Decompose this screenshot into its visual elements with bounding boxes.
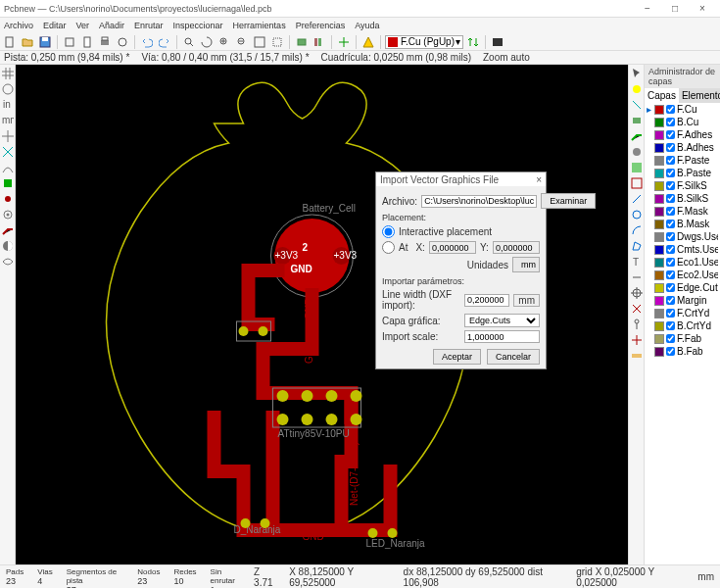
ratsnest-icon[interactable] [1, 145, 15, 159]
find-icon[interactable] [181, 34, 197, 50]
via-info[interactable]: Vía: 0,80 / 0,40 mm (31,5 / 15,7 mils) * [141, 52, 309, 63]
contrast-icon[interactable] [1, 239, 15, 253]
layer-visible-checkbox[interactable] [666, 220, 675, 228]
layer-row[interactable]: B.Adhes [645, 141, 720, 154]
layer-visible-checkbox[interactable] [666, 296, 675, 305]
scale-input[interactable] [464, 330, 540, 343]
layer-visible-checkbox[interactable] [666, 321, 675, 330]
unidades-button[interactable]: mm [512, 257, 540, 272]
polar-icon[interactable] [1, 82, 15, 96]
layer-row[interactable]: Eco2.User [645, 269, 720, 281]
anchor-icon[interactable] [630, 318, 644, 331]
poly-icon[interactable] [630, 239, 644, 253]
layer-visible-checkbox[interactable] [666, 130, 675, 139]
aceptar-button[interactable]: Aceptar [433, 349, 481, 365]
layer-row[interactable]: B.Fab [645, 345, 720, 358]
examinar-button[interactable]: Examinar [541, 193, 596, 209]
zone-icon[interactable] [630, 161, 644, 174]
layer-row[interactable]: F.Fab [645, 332, 720, 345]
add-footprint-icon[interactable] [630, 114, 644, 127]
menu-ayuda[interactable]: Ayuda [355, 21, 379, 30]
new-icon[interactable] [2, 34, 18, 50]
layer-row[interactable]: Eco1.User [645, 256, 720, 269]
cursor-icon[interactable] [1, 129, 15, 143]
origin-icon[interactable] [630, 333, 644, 347]
zoom-selection-icon[interactable] [269, 34, 285, 50]
menu-ver[interactable]: Ver [76, 21, 90, 30]
layer-row[interactable]: F.Adhes [645, 128, 720, 141]
layer-swap-icon[interactable] [465, 34, 481, 50]
menu-editar[interactable]: Editar [43, 21, 67, 30]
via-icon[interactable] [1, 208, 15, 221]
unit-mm-icon[interactable]: mm [1, 114, 15, 127]
update-icon[interactable] [336, 34, 352, 50]
archivo-input[interactable] [421, 195, 537, 208]
layer-row[interactable]: ▸F.Cu [645, 103, 720, 116]
footprint-icon[interactable] [294, 34, 310, 50]
layer-select[interactable]: F.Cu (PgUp) ▾ [385, 35, 463, 49]
layer-row[interactable]: Cmts.User [645, 243, 720, 256]
x-input[interactable] [429, 241, 476, 254]
zoom-redraw-icon[interactable] [199, 34, 215, 50]
cancelar-button[interactable]: Cancelar [487, 349, 540, 365]
menu-anadir[interactable]: Añadir [99, 21, 124, 30]
select-icon[interactable] [630, 67, 644, 80]
layer-visible-checkbox[interactable] [666, 143, 675, 152]
settings-icon[interactable] [62, 34, 77, 50]
undo-icon[interactable] [139, 34, 155, 50]
grid-info[interactable]: Cuadrícula: 0,0250 mm (0,98 mils) [321, 52, 471, 63]
drc-icon[interactable] [360, 34, 376, 50]
menu-preferencias[interactable]: Preferencias [296, 21, 346, 30]
minimize-button[interactable]: − [634, 1, 661, 17]
layer-visible-checkbox[interactable] [666, 232, 675, 241]
highlight-icon[interactable] [630, 82, 644, 96]
layer-row[interactable]: F.SilkS [645, 179, 720, 192]
zoom-in-icon[interactable] [216, 34, 232, 50]
layer-row[interactable]: F.CrtYd [645, 307, 720, 319]
layer-visible-checkbox[interactable] [666, 258, 675, 267]
script-icon[interactable] [490, 34, 505, 50]
layer-visible-checkbox[interactable] [666, 309, 675, 318]
add-via-icon[interactable] [630, 145, 644, 159]
zoom-info[interactable]: Zoom auto [483, 52, 530, 63]
layer-visible-checkbox[interactable] [666, 283, 675, 292]
grid-toggle-icon[interactable] [1, 67, 15, 80]
curve-icon[interactable] [1, 161, 15, 174]
layer-visible-checkbox[interactable] [666, 105, 675, 114]
zoom-fit-icon[interactable] [252, 34, 267, 50]
menu-inspeccionar[interactable]: Inspeccionar [173, 21, 223, 30]
page-icon[interactable] [79, 34, 95, 50]
layer-row[interactable]: Margin [645, 294, 720, 307]
placement-interactive-radio[interactable] [382, 225, 395, 238]
layer-row[interactable]: B.Cu [645, 116, 720, 128]
track-icon[interactable] [1, 223, 15, 237]
layer-visible-checkbox[interactable] [666, 156, 675, 165]
tab-capas[interactable]: Capas [645, 88, 679, 103]
unit-in-icon[interactable]: in [1, 98, 15, 112]
close-button[interactable]: × [689, 1, 716, 17]
layer-visible-checkbox[interactable] [666, 334, 675, 343]
plot-icon[interactable] [115, 34, 130, 50]
hide-icon[interactable] [1, 255, 15, 269]
keepout-icon[interactable] [630, 176, 644, 190]
layer-row[interactable]: B.Paste [645, 167, 720, 179]
placement-at-radio[interactable] [382, 241, 395, 254]
pad-icon[interactable] [1, 192, 15, 206]
layer-visible-checkbox[interactable] [666, 207, 675, 216]
capa-select[interactable]: Edge.Cuts [464, 314, 540, 327]
layer-visible-checkbox[interactable] [666, 194, 675, 203]
layer-row[interactable]: B.Mask [645, 218, 720, 230]
layer-row[interactable]: Dwgs.User [645, 230, 720, 243]
delete-icon[interactable] [630, 302, 644, 316]
target-icon[interactable] [630, 286, 644, 300]
print-icon[interactable] [97, 34, 113, 50]
text-icon[interactable]: T [630, 255, 644, 269]
dialog-close-icon[interactable]: × [536, 174, 542, 185]
local-ratsnest-icon[interactable] [630, 98, 644, 112]
layer-visible-checkbox[interactable] [666, 169, 675, 177]
layer-row[interactable]: F.Mask [645, 205, 720, 218]
route-icon[interactable] [630, 129, 644, 143]
menu-herramientas[interactable]: Herramientas [233, 21, 286, 30]
layer-row[interactable]: B.SilkS [645, 192, 720, 205]
menu-archivo[interactable]: Archivo [4, 21, 33, 30]
